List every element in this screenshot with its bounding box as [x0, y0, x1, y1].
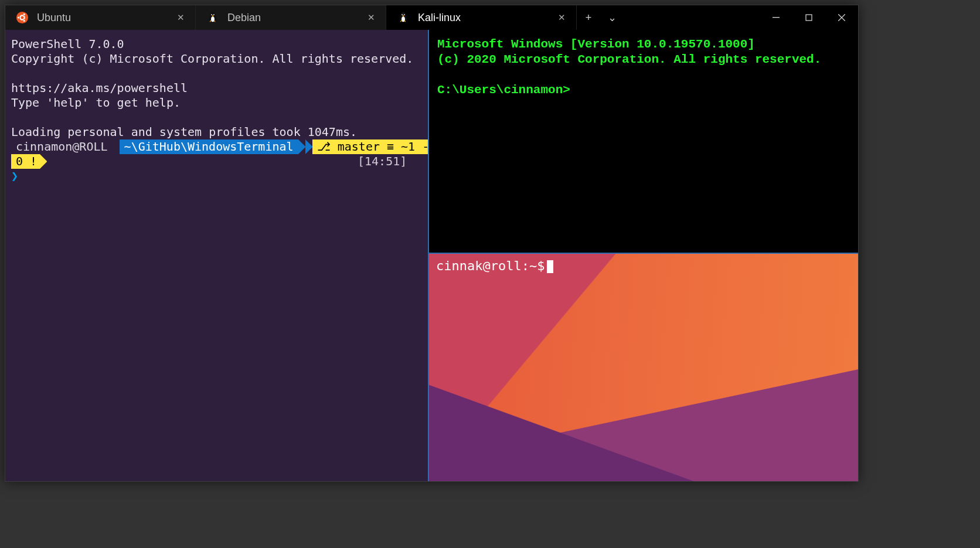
prompt-git-segment: ⎇ master ≡ ~1 - — [312, 139, 428, 154]
ubuntu-wallpaper — [429, 254, 858, 481]
tab-debian[interactable]: Debian ✕ — [196, 5, 386, 30]
chevron-down-icon: ⌄ — [608, 11, 617, 24]
svg-point-14 — [404, 15, 404, 15]
penguin-icon — [397, 11, 410, 24]
tab-strip: Ubuntu ✕ Debian ✕ Kali-linux ✕ — [5, 5, 577, 30]
cmd-pane[interactable]: Microsoft Windows [Version 10.0.19570.10… — [428, 30, 858, 253]
close-window-button[interactable] — [825, 5, 858, 30]
penguin-icon — [206, 11, 219, 24]
text-line: https://aka.ms/powershell — [11, 81, 188, 95]
tab-label: Debian — [227, 12, 356, 24]
powershell-pane[interactable]: PowerShell 7.0.0 Copyright (c) Microsoft… — [5, 30, 428, 481]
ubuntu-pane[interactable]: cinnak@roll:~$ — [428, 253, 858, 481]
bash-prompt-line: cinnak@roll:~$ — [429, 254, 858, 278]
prompt-time: [14:51] — [358, 154, 407, 168]
cmd-prompt: C:\Users\cinnamon> — [437, 83, 570, 97]
svg-point-8 — [212, 15, 212, 15]
svg-rect-16 — [806, 15, 812, 21]
cursor-block — [545, 258, 553, 273]
plus-icon: + — [586, 12, 592, 24]
title-bar[interactable]: Ubuntu ✕ Debian ✕ Kali-linux ✕ + ⌄ — [5, 5, 858, 30]
close-icon[interactable]: ✕ — [364, 11, 379, 24]
pane-grid: PowerShell 7.0.0 Copyright (c) Microsoft… — [5, 30, 858, 481]
svg-point-4 — [23, 19, 25, 22]
svg-point-13 — [402, 15, 403, 15]
text-line: Copyright (c) Microsoft Corporation. All… — [11, 52, 413, 66]
svg-point-5 — [211, 16, 215, 22]
text-line: Type 'help' to get help. — [11, 96, 181, 110]
text-line: (c) 2020 Microsoft Corporation. All righ… — [437, 53, 821, 66]
svg-point-2 — [18, 16, 20, 19]
close-icon[interactable]: ✕ — [173, 11, 188, 24]
prompt-caret: ❯ — [11, 169, 18, 183]
close-icon[interactable]: ✕ — [554, 11, 569, 24]
svg-rect-15 — [773, 17, 780, 18]
tab-ubuntu[interactable]: Ubuntu ✕ — [5, 5, 196, 30]
tab-kali-linux[interactable]: Kali-linux ✕ — [386, 5, 577, 30]
minimize-button[interactable] — [760, 5, 792, 30]
tab-dropdown-button[interactable]: ⌄ — [600, 5, 624, 30]
tab-label: Ubuntu — [37, 12, 165, 24]
prompt-user-segment: cinnamon@ROLL — [11, 139, 113, 154]
svg-point-10 — [401, 16, 405, 22]
maximize-button[interactable] — [792, 5, 825, 30]
windows-terminal-window: Ubuntu ✕ Debian ✕ Kali-linux ✕ + ⌄ — [5, 5, 859, 482]
prompt-git-tail: 0 ! — [11, 154, 40, 169]
svg-point-3 — [23, 13, 25, 15]
window-controls — [760, 5, 858, 30]
prompt-path-segment: ~\GitHub\WindowsTerminal — [120, 139, 298, 154]
text-line: Loading personal and system profiles too… — [11, 125, 357, 139]
text-line: Microsoft Windows [Version 10.0.19570.10… — [437, 38, 755, 51]
tab-actions: + ⌄ — [577, 5, 624, 30]
bash-prompt: cinnak@roll:~$ — [436, 258, 545, 273]
svg-point-9 — [213, 15, 214, 15]
text-line: PowerShell 7.0.0 — [11, 37, 124, 51]
titlebar-drag-area[interactable] — [624, 5, 760, 30]
tab-label: Kali-linux — [418, 12, 546, 24]
prompt-line: cinnamon@ROLL ~\GitHub\WindowsTerminal ⎇… — [11, 139, 428, 154]
ubuntu-icon — [16, 11, 29, 24]
new-tab-button[interactable]: + — [577, 5, 600, 30]
